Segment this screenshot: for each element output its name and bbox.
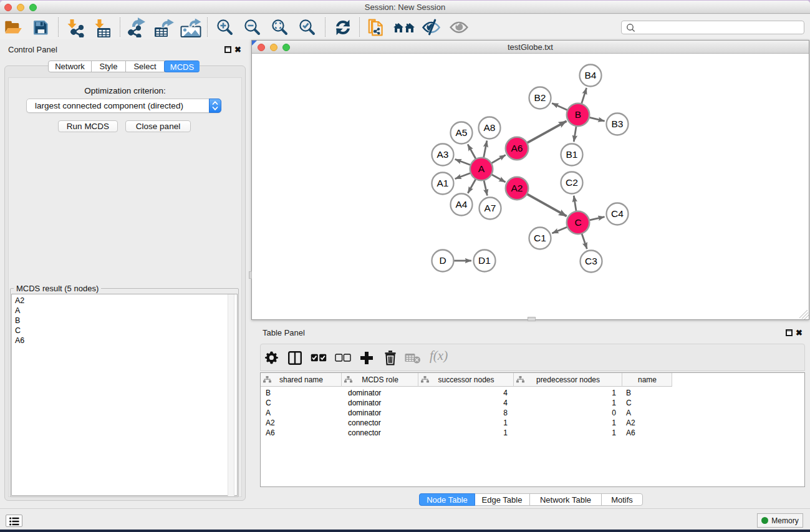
svg-text:B4: B4 [585, 70, 597, 80]
svg-text:C4: C4 [611, 208, 624, 219]
svg-text:C1: C1 [534, 233, 546, 243]
svg-text:A2: A2 [511, 183, 523, 193]
svg-text:B1: B1 [566, 149, 578, 160]
svg-text:C2: C2 [566, 177, 578, 188]
svg-text:D1: D1 [478, 255, 491, 266]
svg-text:A5: A5 [456, 127, 468, 138]
svg-text:B: B [575, 109, 581, 120]
svg-text:A8: A8 [484, 122, 496, 133]
svg-text:A1: A1 [437, 178, 449, 188]
svg-text:C: C [574, 217, 581, 228]
svg-text:A3: A3 [437, 149, 449, 160]
svg-text:A: A [478, 163, 485, 174]
svg-text:A6: A6 [511, 143, 523, 153]
svg-text:A4: A4 [456, 199, 468, 210]
svg-text:B2: B2 [534, 92, 546, 103]
svg-text:D: D [439, 255, 446, 266]
svg-text:C3: C3 [585, 256, 597, 266]
svg-text:B3: B3 [612, 118, 624, 129]
svg-text:A7: A7 [485, 203, 496, 213]
